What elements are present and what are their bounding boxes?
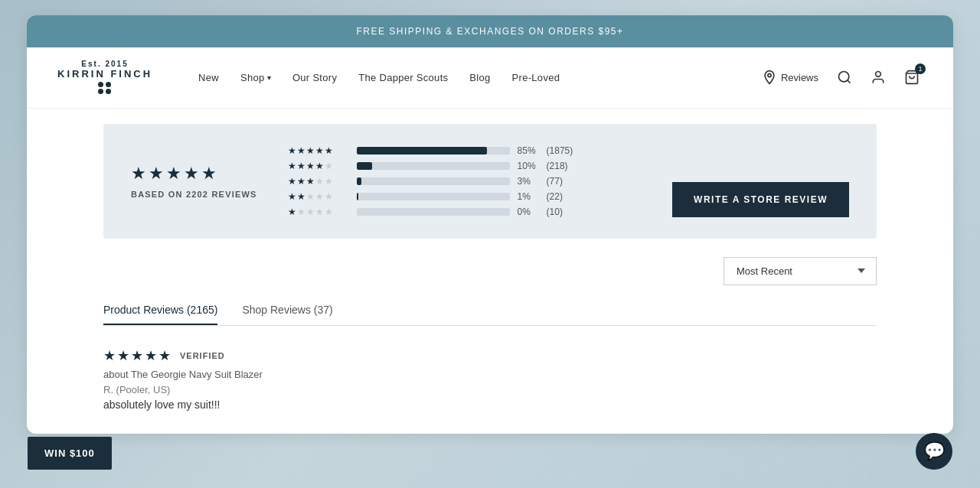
chevron-down-icon: ▾ [267,73,271,82]
rating-row-1: ★★★★★ 0% (10) [288,207,642,217]
review-product: about The Georgie Navy Suit Blazer [103,369,877,380]
star-4: ★ [184,164,199,184]
review-star-1: ★ [103,347,116,364]
win-button[interactable]: WIN $100 [28,437,112,470]
bar-fill-5 [357,147,487,155]
header-icons: Reviews 1 [759,67,923,88]
pct-4: 10% [518,161,539,171]
review-star-2: ★ [117,347,129,364]
nav-pre-loved[interactable]: Pre-Loved [512,72,560,83]
main-container: FREE SHIPPING & EXCHANGES ON ORDERS $95+… [27,15,953,434]
chat-bubble[interactable]: 💬 [916,433,952,470]
bar-fill-4 [357,162,372,170]
reviewer-name: R. (Pooler, US) [103,384,877,395]
star-1: ★ [131,164,146,184]
rating-bars: ★★★★★ 85% (1875) ★★★★★ 10% [288,145,642,217]
review-star-4: ★ [145,347,157,364]
review-top: ★ ★ ★ ★ ★ VERIFIED [103,347,877,364]
pct-3: 3% [518,176,539,187]
pct-1: 0% [518,207,539,217]
logo-dots [98,82,112,94]
logo-est: Est. 2015 [57,60,152,68]
cart-button[interactable]: 1 [901,67,923,88]
nav-our-story[interactable]: Our Story [292,72,337,83]
nav-dapper-scouts[interactable]: The Dapper Scouts [358,72,448,83]
search-button[interactable] [834,67,855,88]
bar-track-5 [357,147,510,155]
cart-count: 1 [915,63,926,74]
logo-name: KIRRIN FINCH [57,68,152,80]
nav-blog[interactable]: Blog [469,72,490,83]
account-button[interactable] [867,67,889,88]
count-2: (22) [547,191,574,202]
stars-2: ★★★★★ [288,191,349,202]
rating-row-2: ★★★★★ 1% (22) [288,191,642,202]
location-icon [762,70,777,85]
review-text: absolutely love my suit!!! [103,399,877,411]
sort-select[interactable]: Most Recent Highest Rating Lowest Rating… [724,257,877,285]
announcement-bar: FREE SHIPPING & EXCHANGES ON ORDERS $95+ [27,15,953,47]
stars-4: ★★★★★ [288,161,349,171]
user-icon [871,70,886,85]
count-4: (218) [547,161,574,171]
stars-1: ★★★★★ [288,207,349,217]
rating-row-5: ★★★★★ 85% (1875) [288,145,642,156]
bar-track-2 [357,193,510,200]
stars-5: ★★★★★ [288,145,349,156]
logo: Est. 2015 KIRRIN FINCH [57,60,152,96]
announcement-text: FREE SHIPPING & EXCHANGES ON ORDERS $95+ [356,26,623,37]
reviews-button[interactable]: Reviews [759,67,822,88]
review-star-3: ★ [131,347,143,364]
based-on-label: BASED ON 2202 REVIEWS [131,190,257,199]
write-review-button[interactable]: WRITE A STORE REVIEW [672,182,849,217]
rating-row-3: ★★★★★ 3% (77) [288,176,642,187]
tab-shop-reviews[interactable]: Shop Reviews (37) [242,304,332,325]
bar-track-1 [357,208,510,216]
review-stars: ★ ★ ★ ★ ★ [103,347,171,364]
avg-stars: ★ ★ ★ ★ ★ [131,164,257,184]
star-2: ★ [149,164,164,184]
svg-point-0 [839,72,849,82]
rating-row-4: ★★★★★ 10% (218) [288,161,642,171]
count-1: (10) [547,207,574,217]
chat-icon: 💬 [924,441,945,461]
search-icon [837,70,852,85]
content: ★ ★ ★ ★ ★ BASED ON 2202 REVIEWS ★★★★★ [27,109,953,434]
review-star-5: ★ [158,347,171,364]
bar-fill-3 [357,177,361,185]
review-card: ★ ★ ★ ★ ★ VERIFIED about The Georgie Nav… [103,344,877,411]
reviews-summary: ★ ★ ★ ★ ★ BASED ON 2202 REVIEWS ★★★★★ [103,124,877,239]
stars-3: ★★★★★ [288,176,349,187]
count-3: (77) [547,176,574,187]
count-5: (1875) [547,145,574,156]
pct-5: 85% [518,145,539,156]
bar-fill-2 [357,193,358,200]
bar-track-4 [357,162,510,170]
summary-left: ★ ★ ★ ★ ★ BASED ON 2202 REVIEWS [131,164,257,199]
star-5: ★ [201,164,217,184]
header: Est. 2015 KIRRIN FINCH New Shop ▾ Our St… [27,47,953,109]
svg-point-1 [876,72,881,77]
main-nav: New Shop ▾ Our Story The Dapper Scouts B… [198,72,759,83]
tab-product-reviews[interactable]: Product Reviews (2165) [103,304,217,325]
nav-shop[interactable]: Shop ▾ [240,72,271,83]
nav-new[interactable]: New [198,72,219,83]
sort-row: Most Recent Highest Rating Lowest Rating… [103,257,877,285]
reviews-label: Reviews [781,72,818,83]
tabs-row: Product Reviews (2165) Shop Reviews (37) [103,304,877,326]
pct-2: 1% [518,191,539,202]
star-3: ★ [166,164,181,184]
verified-badge: VERIFIED [180,351,225,360]
bar-track-3 [357,177,510,185]
